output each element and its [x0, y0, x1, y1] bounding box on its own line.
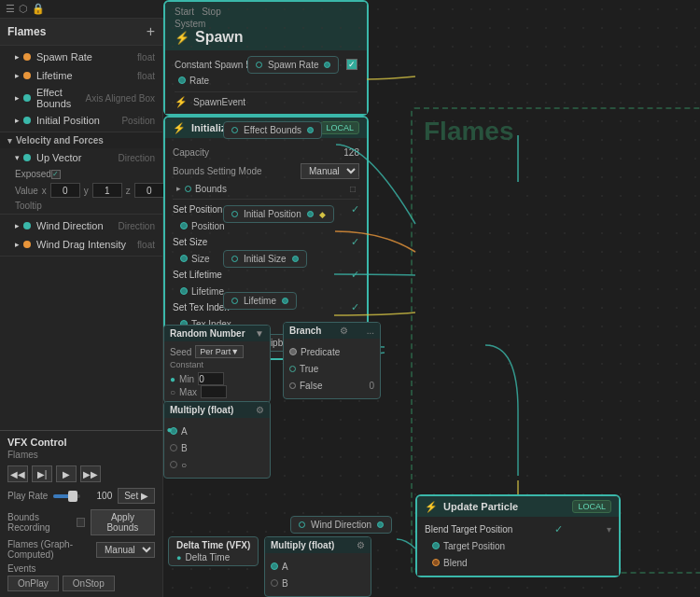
false-port[interactable]: [289, 382, 296, 389]
capacity-label: Capacity: [173, 147, 209, 158]
spawn-rate-node-label: Spawn Rate: [268, 60, 318, 70]
events-section: Events OnPlay OnStop: [7, 563, 155, 591]
lifetime-out-port[interactable]: [231, 298, 238, 304]
spawn-rate-label: Spawn Rate: [36, 51, 137, 62]
lifetime-type: float: [137, 71, 155, 81]
vfx-transport: ◀◀ ▶| ▶ ▶▶: [7, 465, 155, 482]
value-y-input[interactable]: [92, 183, 122, 198]
set-position-check[interactable]: ✓: [351, 203, 359, 215]
seed-label: Seed: [170, 347, 191, 357]
pos-in-port[interactable]: [180, 222, 188, 229]
onstop-button[interactable]: OnStop: [63, 576, 115, 591]
multiply-2-settings[interactable]: ⚙: [357, 540, 365, 550]
rate-port-label: Rate: [189, 76, 357, 86]
wind-in-port[interactable]: [377, 521, 384, 528]
apply-bounds-button[interactable]: Apply Bounds: [91, 509, 155, 535]
blend-expand[interactable]: ▾: [607, 524, 611, 535]
param-row-spawn-rate[interactable]: ▸ Spawn Rate float: [0, 48, 162, 66]
predicate-port[interactable]: [289, 348, 297, 355]
spawn-rate-in-port[interactable]: [324, 62, 330, 68]
param-row-wind-dir[interactable]: ▸ Wind Direction Direction: [0, 216, 162, 235]
canvas-area[interactable]: Flames Start Stop System ⚡ Spawn Constan…: [163, 0, 700, 597]
param-row-effect-bounds[interactable]: ▸ Effect Bounds Axis Aligned Box: [0, 85, 162, 111]
mult-out-port[interactable]: [170, 461, 177, 468]
slider-thumb: [68, 491, 77, 502]
blend-port-label: Blend: [443, 558, 611, 568]
blend-check[interactable]: ✓: [554, 523, 563, 535]
multiply-1-settings[interactable]: ⚙: [256, 405, 264, 415]
init-pos-in-port[interactable]: [307, 211, 314, 217]
init-size-input-node: Initial Size: [223, 250, 307, 268]
set-size-check[interactable]: ✓: [351, 236, 359, 248]
transport-step-back[interactable]: ▶|: [32, 465, 52, 482]
lifetime-dot: [23, 72, 31, 79]
menu-icon[interactable]: ☰: [6, 3, 15, 15]
mult2-a-port[interactable]: [271, 562, 278, 570]
param-row-wind-drag[interactable]: ▸ Wind Drag Intensity float: [0, 235, 162, 254]
init-size-in-port[interactable]: [292, 256, 299, 262]
set-button[interactable]: Set ▶: [118, 488, 155, 504]
set-lifetime-check[interactable]: ✓: [351, 269, 359, 281]
random-more[interactable]: ▼: [255, 328, 264, 339]
rate-in-port[interactable]: [178, 76, 186, 84]
expand-bounds[interactable]: ▸: [176, 184, 181, 193]
target-in-port[interactable]: [432, 542, 440, 549]
max-label: Max: [179, 387, 197, 397]
init-pos-out-port[interactable]: [231, 211, 238, 217]
start-stop-row: Start Stop: [175, 7, 244, 17]
max-port[interactable]: ○: [170, 387, 175, 397]
seed-button[interactable]: Per Part▼: [195, 345, 244, 358]
lock-icon: 🔒: [32, 3, 45, 15]
bounds-method-select[interactable]: Manual: [96, 542, 155, 558]
bounds-port: ▸ Bounds □: [173, 181, 359, 196]
bounds-in-port[interactable]: [185, 186, 191, 192]
transport-rewind[interactable]: ◀◀: [7, 465, 28, 482]
add-param-button[interactable]: +: [147, 24, 155, 39]
back-icon[interactable]: ⬡: [19, 3, 28, 15]
size-in-port[interactable]: [180, 255, 188, 262]
init-size-out-port[interactable]: [231, 256, 238, 262]
blend-in-port[interactable]: [432, 559, 440, 566]
mult-b-port[interactable]: [170, 444, 177, 451]
onplay-button[interactable]: OnPlay: [7, 576, 59, 591]
wind-drag-label: Wind Drag Intensity: [36, 239, 137, 250]
param-row-up-vector[interactable]: ▾ Up Vector Direction: [0, 148, 162, 167]
param-row-lifetime[interactable]: ▸ Lifetime float: [0, 66, 162, 85]
branch-settings[interactable]: ⚙: [340, 326, 348, 336]
min-port[interactable]: ●: [170, 374, 175, 384]
bounds-out-port[interactable]: [231, 127, 238, 133]
blend-label: Blend Target Position: [425, 524, 512, 535]
wind-out-port[interactable]: [299, 521, 305, 528]
value-x-input[interactable]: [50, 183, 80, 198]
min-input[interactable]: [198, 372, 224, 385]
branch-more[interactable]: ...: [367, 326, 374, 336]
delta-port[interactable]: ●: [176, 553, 181, 562]
lifetime-in-port[interactable]: [180, 287, 188, 295]
left-panel: Flames + ▸ Spawn Rate float ▸ Lifetime f…: [0, 19, 163, 597]
multiply-1-title: Multiply (float): [170, 405, 233, 415]
bounds-mode-label: Bounds Setting Mode: [173, 166, 262, 176]
true-port[interactable]: [289, 366, 296, 372]
mult2-b-port[interactable]: [271, 579, 278, 587]
init-local-badge: LOCAL: [320, 121, 359, 134]
mult-b-label: B: [181, 443, 264, 453]
bounds-mode-select[interactable]: Manual: [301, 163, 359, 179]
value-z-input[interactable]: [134, 183, 164, 198]
transport-forward[interactable]: ▶▶: [80, 465, 101, 482]
tooltip-label: Tooltip: [15, 201, 42, 211]
bounds-record-checkbox[interactable]: [77, 518, 85, 527]
lifetime-node-in-port[interactable]: [282, 298, 288, 304]
min-row: ● Min: [170, 372, 264, 385]
exposed-check[interactable]: ✓: [51, 170, 61, 179]
transport-play[interactable]: ▶: [56, 465, 77, 482]
spawn-rate-out-port[interactable]: [256, 62, 262, 68]
random-title: Random Number: [170, 328, 245, 339]
start-label: Start: [175, 7, 194, 17]
param-row-init-pos[interactable]: ▸ Initial Position Position: [0, 111, 162, 130]
max-input[interactable]: [201, 385, 227, 398]
size-in-port[interactable]: ●: [167, 424, 173, 435]
spawn-checkbox[interactable]: ✓: [346, 59, 357, 70]
bounds-node-in-port[interactable]: [307, 127, 314, 133]
set-tex-check[interactable]: ✓: [351, 301, 359, 313]
play-rate-slider[interactable]: [53, 494, 80, 498]
